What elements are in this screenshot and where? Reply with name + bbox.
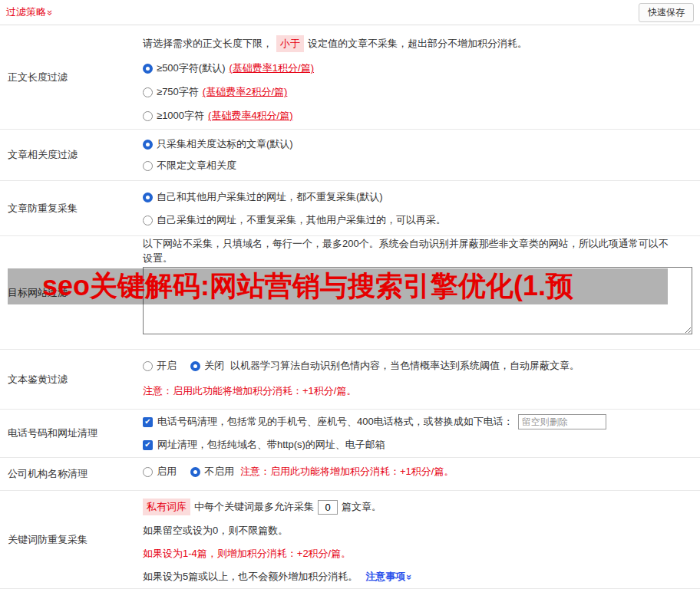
topbar: 过滤策略 » 快速保存 <box>0 0 700 25</box>
porn-filter-options: 开启 关闭 以机器学习算法自动识别色情内容，当色情概率达到系统阈值，自动屏蔽文章… <box>143 358 692 373</box>
option-label: ≥750字符 <box>157 84 199 100</box>
replacement-phone-input[interactable] <box>518 414 606 429</box>
option-label: 网址清理，包括纯域名、带http(s)的网址、电子邮箱 <box>157 437 385 452</box>
intro-pre: 请选择需求的正文长度下限， <box>143 36 272 51</box>
radio-icon[interactable] <box>190 467 200 477</box>
phone-cleanup-option[interactable]: 电话号码清理，包括常见的手机号、座机号、400电话格式，或替换成如下电话： <box>143 414 692 429</box>
section-porn-filter: 文本鉴黄过滤 开启 关闭 以机器学习算法自动识别色情内容，当色情概率达到系统阈值… <box>0 350 700 410</box>
company-fee-note: 注意：启用此功能将增加积分消耗：+1积分/篇。 <box>240 464 454 479</box>
radio-icon[interactable] <box>143 64 153 74</box>
section-keyword-dedupe: 关键词防重复采集 私有词库 中每个关键词最多允许采集 篇文章。 如果留空或设为0… <box>0 491 700 589</box>
relevance-option-any[interactable]: 不限定文章相关度 <box>143 158 692 173</box>
section-label: 电话号码和网址清理 <box>0 410 137 457</box>
dedupe-option-global[interactable]: 自己和其他用户采集过的网址，都不重复采集(默认) <box>143 189 692 205</box>
porn-filter-fee-note: 注意：启用此功能将增加积分消耗：+1积分/篇。 <box>143 383 692 399</box>
radio-icon[interactable] <box>143 111 153 121</box>
radio-icon[interactable] <box>143 140 153 150</box>
dedupe-option-self-only[interactable]: 自己采集过的网址，不重复采集，其他用户采集过的，可以再采。 <box>143 212 692 228</box>
section-company-name-cleanup: 公司机构名称清理 启用 不启用 注意：启用此功能将增加积分消耗：+1积分/篇。 <box>0 458 700 491</box>
filter-strategy-page: 过滤策略 » 快速保存 正文长度过滤 请选择需求的正文长度下限， 小于 设定值的… <box>0 0 700 589</box>
option-fee-note: (基础费率4积分/篇) <box>208 108 293 123</box>
site-filter-desc: 以下网站不采集，只填域名，每行一个，最多200个。系统会自动识别并屏蔽那些非文章… <box>143 236 675 265</box>
radio-icon[interactable] <box>143 361 153 371</box>
option-label: ≥500字符(默认) <box>157 61 225 76</box>
note-text: 如果设为5篇或以上，也不会额外增加积分消耗。 <box>143 569 358 584</box>
limit-text-mid: 中每个关键词最多允许采集 <box>194 499 314 515</box>
private-lexicon-highlight: 私有词库 <box>143 499 190 515</box>
length-option-750[interactable]: ≥750字符 (基础费率2积分/篇) <box>143 84 692 100</box>
option-fee-note: (基础费率1积分/篇) <box>229 61 314 76</box>
section-label: 文本鉴黄过滤 <box>0 350 137 409</box>
option-label: ≥1000字符 <box>157 108 204 123</box>
length-option-500[interactable]: ≥500字符(默认) (基础费率1积分/篇) <box>143 61 692 76</box>
keyword-limit-line: 私有词库 中每个关键词最多允许采集 篇文章。 <box>143 499 692 515</box>
double-chevron-down-icon: » <box>404 574 414 579</box>
url-cleanup-option[interactable]: 网址清理，包括纯域名、带http(s)的网址、电子邮箱 <box>143 437 692 452</box>
section-relevance-filter: 文章相关度过滤 只采集相关度达标的文章(默认) 不限定文章相关度 <box>0 130 700 181</box>
relevance-option-strict[interactable]: 只采集相关度达标的文章(默认) <box>143 137 692 152</box>
length-intro: 请选择需求的正文长度下限， 小于 设定值的文章不采集，超出部分不增加积分消耗。 <box>143 35 692 52</box>
notice-link[interactable]: 注意事项 » <box>365 569 412 584</box>
radio-icon[interactable] <box>190 361 200 371</box>
keyword-note-unlimited: 如果留空或设为0，则不限篇数。 <box>143 523 692 538</box>
checkbox-icon[interactable] <box>143 417 153 427</box>
keyword-count-input[interactable] <box>318 500 338 515</box>
watermark-overlay: seo关键解码:网站营销与搜索引擎优化(1.预 <box>8 268 668 304</box>
company-cleanup-options: 启用 不启用 注意：启用此功能将增加积分消耗：+1积分/篇。 <box>143 464 692 479</box>
watermark-text: seo关键解码:网站营销与搜索引擎优化(1.预 <box>42 268 573 304</box>
limit-text-end: 篇文章。 <box>342 499 381 515</box>
radio-icon[interactable] <box>143 87 153 97</box>
option-label: 只采集相关度达标的文章(默认) <box>157 137 293 152</box>
page-title[interactable]: 过滤策略 » <box>6 5 53 19</box>
less-than-highlight: 小于 <box>276 35 304 52</box>
section-label: 正文长度过滤 <box>0 25 137 129</box>
keyword-note-fee: 如果设为1-4篇，则增加积分消耗：+2积分/篇。 <box>143 546 692 561</box>
option-label: 自己采集过的网址，不重复采集，其他用户采集过的，可以再采。 <box>157 212 446 228</box>
radio-icon[interactable] <box>143 467 153 477</box>
length-option-1000[interactable]: ≥1000字符 (基础费率4积分/篇) <box>143 108 692 123</box>
option-label: 自己和其他用户采集过的网址，都不重复采集(默认) <box>157 189 383 205</box>
section-label: 公司机构名称清理 <box>0 458 137 490</box>
option-on-label: 启用 <box>157 464 177 479</box>
section-label: 文章防重复采集 <box>0 181 137 235</box>
porn-filter-desc: 以机器学习算法自动识别色情内容，当色情概率达到系统阈值，自动屏蔽文章。 <box>230 358 579 373</box>
section-body-length-filter: 正文长度过滤 请选择需求的正文长度下限， 小于 设定值的文章不采集，超出部分不增… <box>0 25 700 130</box>
radio-icon[interactable] <box>143 192 153 202</box>
option-label: 不限定文章相关度 <box>157 158 236 173</box>
double-chevron-down-icon: » <box>45 9 55 15</box>
checkbox-icon[interactable] <box>143 440 153 450</box>
keyword-note-five-plus: 如果设为5篇或以上，也不会额外增加积分消耗。 注意事项 » <box>143 569 692 584</box>
option-off-label: 不启用 <box>204 464 234 479</box>
option-off-label: 关闭 <box>204 358 224 373</box>
notice-link-text: 注意事项 <box>365 569 405 584</box>
section-label: 关键词防重复采集 <box>0 491 137 588</box>
option-fee-note: (基础费率2积分/篇) <box>203 84 288 100</box>
option-label: 电话号码清理，包括常见的手机号、座机号、400电话格式，或替换成如下电话： <box>157 414 513 429</box>
option-on-label: 开启 <box>157 358 177 373</box>
intro-post: 设定值的文章不采集，超出部分不增加积分消耗。 <box>308 36 527 51</box>
page-title-text: 过滤策略 <box>6 5 46 19</box>
radio-icon[interactable] <box>143 216 153 225</box>
radio-icon[interactable] <box>143 161 153 171</box>
section-label: 文章相关度过滤 <box>0 130 137 180</box>
section-phone-url-cleanup: 电话号码和网址清理 电话号码清理，包括常见的手机号、座机号、400电话格式，或替… <box>0 410 700 458</box>
quick-save-button[interactable]: 快速保存 <box>639 3 694 22</box>
section-article-dedupe: 文章防重复采集 自己和其他用户采集过的网址，都不重复采集(默认) 自己采集过的网… <box>0 181 700 236</box>
